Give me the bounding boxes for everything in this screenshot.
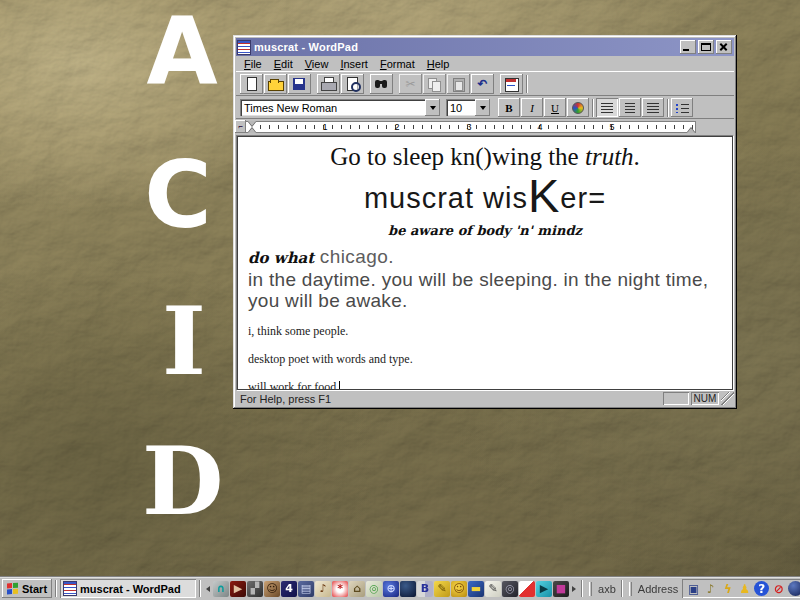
- print-button[interactable]: [317, 74, 340, 94]
- title-bar[interactable]: muscrat - WordPad: [236, 38, 734, 56]
- binoculars-icon: [373, 77, 390, 91]
- navy-ball-icon[interactable]: [400, 581, 416, 597]
- maximize-button[interactable]: [698, 40, 714, 54]
- heading-italic: truth: [585, 143, 634, 170]
- filmstrip-icon[interactable]: ▤: [298, 581, 314, 597]
- color-button[interactable]: [567, 98, 589, 117]
- violin-icon[interactable]: ♪: [315, 581, 331, 597]
- doc-heading: Go to sleep kn()wing the truth.: [238, 143, 732, 171]
- paste-button[interactable]: [447, 74, 470, 94]
- logo-pre: muscrat wis: [364, 182, 528, 214]
- headphones-icon[interactable]: ∩: [213, 581, 229, 597]
- yellow-pen-icon[interactable]: ✎: [434, 581, 450, 597]
- printer-icon: [320, 77, 337, 91]
- photo-viewer-icon[interactable]: ▞: [247, 581, 263, 597]
- notepad-pen-icon[interactable]: ✎: [485, 581, 501, 597]
- aim-running-man-icon[interactable]: ♟: [737, 581, 752, 596]
- close-button[interactable]: [716, 40, 732, 54]
- align-right-button[interactable]: [642, 98, 664, 117]
- ruler-number: 4: [537, 121, 542, 133]
- minimize-button[interactable]: [680, 40, 696, 54]
- lightning-icon[interactable]: ϟ: [720, 581, 735, 596]
- bullets-button[interactable]: [671, 98, 693, 117]
- tab-selector-button[interactable]: ⌐: [235, 120, 246, 133]
- new-button[interactable]: [240, 74, 263, 94]
- text-caret: [339, 381, 340, 390]
- tray-icons: ▣♪ϟ♟?⊘: [686, 581, 800, 596]
- open-button[interactable]: [264, 74, 287, 94]
- red-flag-icon[interactable]: [519, 581, 535, 597]
- home-icon[interactable]: ⌂: [349, 581, 365, 597]
- left-indent-marker[interactable]: [248, 128, 256, 133]
- align-center-button[interactable]: [619, 98, 641, 117]
- ruler-scale[interactable]: 1 2 3 4 5: [238, 121, 696, 133]
- toolbar-grip[interactable]: [589, 582, 592, 596]
- status-empty-cell: [663, 392, 689, 405]
- find-button[interactable]: [370, 74, 393, 94]
- start-button[interactable]: Start: [2, 579, 52, 598]
- messenger-question-icon[interactable]: ?: [754, 581, 769, 596]
- volume-icon[interactable]: ♪: [703, 581, 718, 596]
- print-preview-icon: [344, 77, 361, 91]
- axb-toolbar-label[interactable]: axb: [596, 583, 618, 595]
- print-preview-button[interactable]: [341, 74, 364, 94]
- quicklaunch-scroll-left[interactable]: [204, 581, 212, 597]
- menu-view[interactable]: View: [299, 57, 335, 71]
- media-player-red-icon[interactable]: ▶: [230, 581, 246, 597]
- bold-button[interactable]: B: [498, 98, 520, 117]
- save-button[interactable]: [288, 74, 311, 94]
- quicklaunch-scroll-right[interactable]: [570, 581, 578, 597]
- acid-letter-a: A: [142, 6, 222, 98]
- sphere-icon[interactable]: [788, 581, 800, 596]
- size-dropdown-button[interactable]: [475, 99, 490, 116]
- cut-button[interactable]: ✂: [399, 74, 422, 94]
- menu-insert[interactable]: Insert: [334, 57, 374, 71]
- logo-big-k: K: [528, 169, 560, 222]
- font-name-combobox[interactable]: Times New Roman: [240, 99, 440, 116]
- datetime-button[interactable]: [500, 74, 523, 94]
- four-app-icon[interactable]: 4: [281, 581, 297, 597]
- puzzle-dark-icon[interactable]: ■: [553, 581, 569, 597]
- menu-help[interactable]: Help: [421, 57, 456, 71]
- document-area[interactable]: Go to sleep kn()wing the truth. muscrat …: [237, 136, 733, 390]
- toolbar-grip[interactable]: [629, 582, 632, 596]
- standard-toolbar: ✂ ↶: [236, 71, 734, 96]
- smiley-yellow-icon[interactable]: ☺: [451, 581, 467, 597]
- menu-edit[interactable]: Edit: [268, 57, 299, 71]
- doc-logo-line: muscrat wisKer=: [238, 181, 732, 215]
- ruler[interactable]: 1 2 3 4 5 ⌐: [236, 119, 734, 135]
- portrait-app-icon[interactable]: ☺: [264, 581, 280, 597]
- doc-small-line-2: desktop poet with words and type.: [248, 352, 732, 367]
- undo-button[interactable]: ↶: [471, 74, 494, 94]
- recorder-icon[interactable]: ◎: [502, 581, 518, 597]
- font-size-combobox[interactable]: 10: [446, 99, 490, 116]
- doc-small-line-3: will work for food.: [248, 380, 732, 390]
- resize-grip[interactable]: [721, 392, 734, 405]
- first-line-indent-marker[interactable]: [248, 121, 256, 126]
- blocked-sign-icon[interactable]: ⊘: [771, 581, 786, 596]
- address-toolbar-label[interactable]: Address: [636, 583, 680, 595]
- cyan-sub-icon[interactable]: ▶: [536, 581, 552, 597]
- italic-button[interactable]: I: [521, 98, 543, 117]
- pinwheel-icon[interactable]: *: [332, 581, 348, 597]
- logo-post: er=: [560, 182, 606, 214]
- copy-button[interactable]: [423, 74, 446, 94]
- wordpad-window: muscrat - WordPad File Edit View Insert …: [233, 35, 737, 409]
- display-settings-icon[interactable]: ▣: [686, 581, 701, 596]
- cd-player-icon[interactable]: ◎: [366, 581, 382, 597]
- formatbar-separator2: [667, 99, 669, 117]
- bd-app-icon[interactable]: B: [417, 581, 433, 597]
- menu-file[interactable]: File: [238, 57, 268, 71]
- font-size-value: 10: [446, 99, 475, 116]
- right-indent-marker[interactable]: [687, 128, 695, 133]
- align-right-icon: [647, 103, 659, 113]
- align-left-button[interactable]: [596, 98, 618, 117]
- wordpad-task-button[interactable]: muscrat - WordPad: [60, 579, 196, 598]
- globe-icon[interactable]: ⊕: [383, 581, 399, 597]
- menu-format[interactable]: Format: [374, 57, 421, 71]
- copy-icon: [426, 77, 443, 91]
- font-dropdown-button[interactable]: [425, 99, 440, 116]
- underline-button[interactable]: U: [544, 98, 566, 117]
- script-text: do what: [248, 249, 314, 267]
- blue-train-icon[interactable]: ▬: [468, 581, 484, 597]
